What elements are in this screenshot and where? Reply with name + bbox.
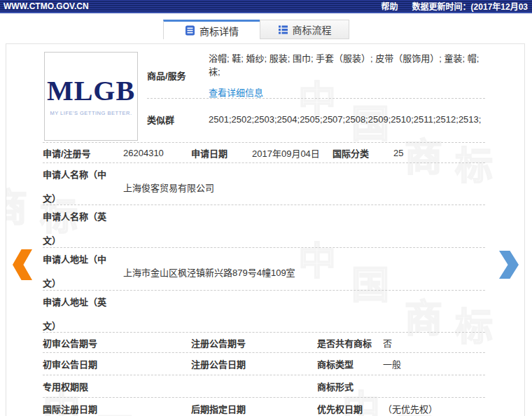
next-record-arrow[interactable] <box>499 251 519 279</box>
site-title: WWW.CTMO.GOV.CN <box>4 1 89 11</box>
table-row-notice-no: 初审公告期号 注册公告期号 是否共有商标 否 <box>43 333 485 353</box>
table-row-intl-dates: 国际注册日期 后期指定日期 优先权日期 （无优先权） <box>43 398 485 416</box>
table-row-notice-date: 初审公告日期 注册公告日期 商标类型 一般 <box>43 353 485 375</box>
init-notice-date-label: 初审公告日期 <box>43 357 123 370</box>
intl-reg-date-label: 国际注册日期 <box>43 402 123 415</box>
reg-notice-date-label: 注册公告日期 <box>191 357 252 370</box>
list-bullets-icon <box>278 25 288 35</box>
tm-form-label: 商标形式 <box>317 380 383 393</box>
previous-record-arrow[interactable] <box>13 249 32 280</box>
applicant-cn-value: 上海俊客贸易有限公司 <box>123 181 485 194</box>
view-details-link[interactable]: 查看详细信息 <box>209 85 485 99</box>
address-cn-value: 上海市金山区枫泾镇新兴路879号4幢109室 <box>123 265 485 279</box>
reg-notice-no-label: 注册公告期号 <box>191 336 252 349</box>
data-update-time: 数据更新时间：(2017年12月03 <box>412 0 528 12</box>
help-link[interactable]: 帮助 <box>382 0 398 12</box>
tab-trademark-details[interactable]: 商标详情 <box>163 20 260 39</box>
similar-group-value: 2501;2502;2503;2504;2505;2507;2508;2509;… <box>209 114 481 125</box>
tab-strip: 商标详情 商标流程 <box>163 20 532 39</box>
table-row-exclusive-period: 专用权期限 商标形式 <box>43 375 485 398</box>
document-lines-icon <box>185 25 195 36</box>
tm-type-value: 一般 <box>383 357 485 370</box>
applicant-cn-label: 申请人名称（中文） <box>43 163 123 211</box>
table-row-address-en: 申请人地址（英文） <box>43 291 485 333</box>
goods-services-block: 商品/服务 浴帽; 鞋; 婚纱; 服装; 围巾; 手套（服装）; 皮带（服饰用）… <box>147 52 485 140</box>
intl-class-value: 25 <box>393 148 485 158</box>
detail-panel: 中国商标中国商标中国商标中国商标中国商标 MLGB MY LIFE'S GETT… <box>6 43 525 416</box>
tm-type-label: 商标类型 <box>317 357 383 370</box>
address-en-label: 申请人地址（英文） <box>43 291 123 338</box>
trademark-logo-text: MLGB <box>47 77 135 105</box>
reg-no-value: 26204310 <box>123 148 191 158</box>
priority-date-value: （无优先权） <box>383 402 485 415</box>
app-date-value: 2017年09月04日 <box>252 146 332 160</box>
applicant-en-label: 申请人名称（英文） <box>43 205 123 253</box>
is-shared-value: 否 <box>383 336 485 349</box>
tab-label: 商标详情 <box>200 24 239 38</box>
trademark-image: MLGB MY LIFE'S GETTING BETTER. <box>44 52 138 141</box>
topbar-right: 帮助 数据更新时间：(2017年12月03 <box>382 0 528 12</box>
later-desig-date-label: 后期指定日期 <box>191 402 252 415</box>
reg-no-label: 申请/注册号 <box>43 146 123 160</box>
tab-trademark-process[interactable]: 商标流程 <box>260 20 349 39</box>
trademark-summary-section: MLGB MY LIFE'S GETTING BETTER. 商品/服务 浴帽;… <box>43 52 485 143</box>
app-date-label: 申请日期 <box>191 146 252 160</box>
table-row-registration: 申请/注册号 26204310 申请日期 2017年09月04日 国际分类 25 <box>43 143 485 163</box>
table-row-address-cn: 申请人地址（中文） 上海市金山区枫泾镇新兴路879号4幢109室 <box>43 248 485 291</box>
table-row-applicant-en: 申请人名称（英文） <box>43 205 485 248</box>
goods-services-value: 浴帽; 鞋; 婚纱; 服装; 围巾; 手套（服装）; 皮带（服饰用）; 童装; … <box>209 51 485 78</box>
goods-services-label: 商品/服务 <box>147 69 209 82</box>
init-notice-no-label: 初审公告期号 <box>43 336 123 349</box>
table-row-applicant-cn: 申请人名称（中文） 上海俊客贸易有限公司 <box>43 163 485 205</box>
priority-date-label: 优先权日期 <box>317 402 383 415</box>
trademark-detail-table: MLGB MY LIFE'S GETTING BETTER. 商品/服务 浴帽;… <box>43 52 485 416</box>
address-cn-label: 申请人地址（中文） <box>43 248 123 296</box>
intl-class-label: 国际分类 <box>332 146 393 160</box>
exclusive-period-label: 专用权期限 <box>43 380 123 393</box>
tab-label: 商标流程 <box>293 22 332 36</box>
topbar: WWW.CTMO.GOV.CN 帮助 数据更新时间：(2017年12月03 <box>0 0 532 13</box>
similar-group-label: 类似群 <box>147 113 209 126</box>
is-shared-label: 是否共有商标 <box>317 336 383 349</box>
trademark-logo-tagline: MY LIFE'S GETTING BETTER. <box>50 110 132 116</box>
